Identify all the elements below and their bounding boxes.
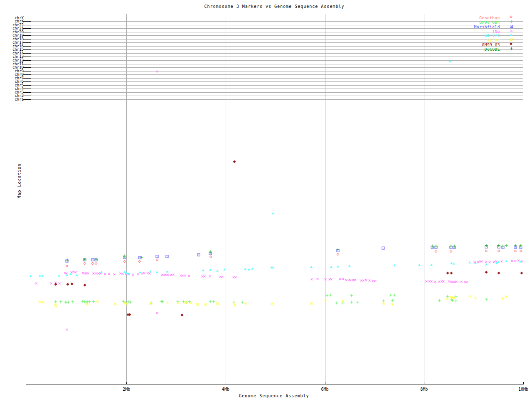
point-decode [337,249,340,251]
point-gm99gb4 [241,301,244,304]
point-wirh [149,302,152,305]
chr-axis-tick [23,32,31,32]
chr-axis-tick [23,35,31,36]
point-tng [234,276,237,279]
chr-axis-tick [23,53,31,54]
point-wiyac [251,268,254,270]
point-tng [50,282,53,285]
chr-axis-tick [23,92,31,93]
legend-label-wiyac: WI YAC [450,33,500,38]
chr-axis-tick [23,96,31,96]
point-wiyac [453,263,455,265]
legend-marker-decode [510,47,513,50]
point-gm99gb4 [357,301,360,304]
x-gridline [325,14,325,384]
point-marshfield [166,255,169,258]
chr-track-line [31,71,523,71]
legend-label-wirh: WI RH [450,38,500,42]
point-gm99gb4 [393,294,396,297]
point-wiyac [520,261,522,263]
x-axis-tick [424,382,424,384]
chr-track-line [31,64,523,64]
chr-axis-tick [23,18,31,18]
point-wiyac [337,266,339,268]
point-wiyac [100,271,103,273]
legend-label-marshfield: Marshfield [450,25,500,29]
chr-axis-tick [23,21,31,22]
chr-label: chr8 [3,73,24,76]
chr-axis-tick [23,39,31,39]
point-gm99gb4 [451,299,454,302]
chr-track-line [31,42,523,43]
chr-track-line [31,92,523,93]
point-wirh [55,305,58,308]
point-tng [87,272,90,275]
chr-track-line [31,96,523,96]
point-tng [374,280,377,283]
point-wirh [505,296,508,298]
x-axis-title: Genome Sequence Assembly [239,394,309,398]
x-tick-label: 8Mb [420,387,428,392]
point-wirh [446,298,449,300]
point-wirh [86,303,89,306]
point-tng [430,280,433,283]
chr-track-line [31,57,523,57]
point-tng [209,275,212,278]
point-marshfield [156,255,159,258]
point-tng [442,280,445,283]
x-axis-tick [226,382,226,384]
point-wiyac [468,261,471,264]
point-wirh [324,300,327,303]
chr-track-line [31,85,523,86]
chr-axis-tick [23,67,31,68]
point-tng [368,279,371,282]
point-tng [156,312,159,315]
chr-track-line [31,21,523,22]
point-wiyac [244,268,246,270]
point-wirh [271,303,274,305]
chr-track-line [31,32,523,32]
point-wiyac [430,264,433,266]
chr-label: chr10 [3,66,24,69]
legend-marker-tng [510,30,513,32]
point-tng [365,279,368,282]
chr-label: chr1 [3,98,24,101]
chr-track-line [31,35,523,36]
point-wiyac [156,271,158,273]
chr-label: chr21 [3,27,24,30]
point-decode [514,244,517,247]
point-wirh [391,303,394,306]
chr-track-line [31,46,523,47]
x-gridline [126,14,127,384]
point-decode [140,256,143,259]
chr-axis-tick [23,64,31,64]
x-gridline [424,14,424,384]
point-wiyac [272,266,274,268]
point-tng [339,278,342,281]
point-tng [500,260,503,263]
plot-area [26,14,523,384]
point-wiyac [202,269,204,271]
point-wirh [166,302,169,305]
point-wiyac [149,271,152,273]
point-decode [453,245,456,248]
point-tng [132,273,135,276]
chr-track-line [31,39,523,39]
point-wiyac [248,268,250,271]
point-wiyac [39,275,41,277]
point-wiyac [58,275,60,277]
point-tng [137,273,140,276]
point-decode [66,259,69,262]
point-wiyac [330,266,332,268]
point-wiyac [474,262,477,264]
point-gm99gb4 [350,301,353,304]
point-wiyac [272,212,274,214]
point-wiyac [393,264,396,266]
point-tng [460,281,463,283]
point-tng [221,276,224,278]
chr-track-line [31,67,523,68]
point-wirh [469,295,472,298]
point-gm99gb4 [485,298,488,301]
point-wiyac [166,271,168,273]
chr-track-line [31,74,523,75]
